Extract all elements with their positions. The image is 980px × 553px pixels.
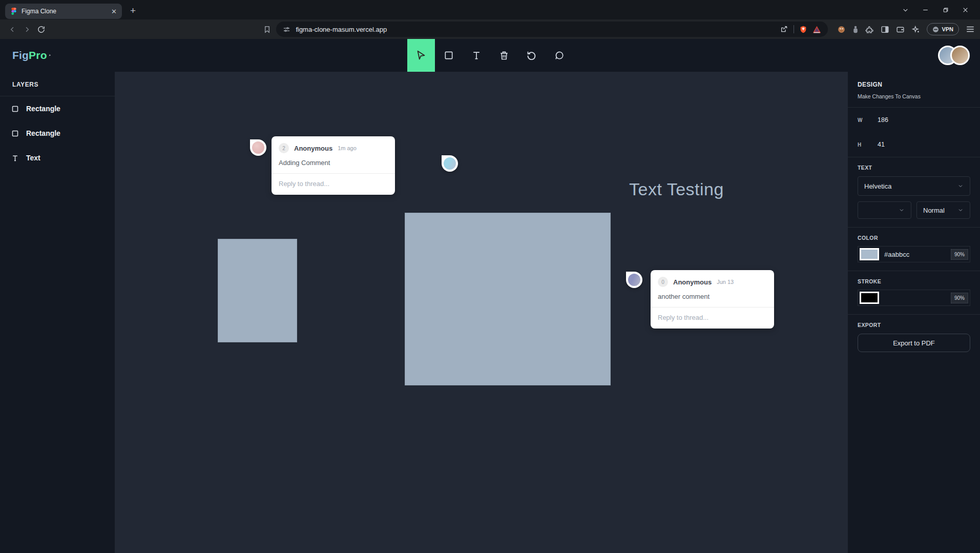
export-pdf-button[interactable]: Export to PDF	[858, 334, 970, 352]
color-row: #aabbcc 90%	[858, 246, 970, 262]
bookmark-icon[interactable]	[263, 26, 271, 33]
logo-cursor-icon	[48, 50, 55, 57]
rectangle-layer-icon	[11, 130, 19, 137]
layer-label: Text	[26, 154, 40, 162]
chevron-down-icon	[899, 207, 905, 213]
layer-item-rectangle[interactable]: Rectangle	[0, 121, 115, 146]
export-section-title: EXPORT	[858, 322, 970, 328]
tool-delete[interactable]	[490, 39, 518, 72]
address-bar[interactable]: figma-clone-masum.vercel.app	[276, 22, 828, 37]
stroke-swatch[interactable]	[860, 292, 879, 304]
menu-hamburger-icon[interactable]	[966, 25, 975, 34]
active-users	[938, 46, 970, 65]
comment-pin-avatar	[628, 274, 640, 286]
comment-pin-avatar	[252, 141, 264, 154]
stroke-section-title: STROKE	[858, 278, 970, 284]
color-opacity-input[interactable]: 90%	[951, 249, 968, 260]
width-label: W	[858, 117, 878, 123]
design-panel-title: DESIGN	[858, 81, 970, 88]
sidebar-toggle-icon[interactable]	[881, 25, 889, 34]
profile-avatar-icon[interactable]	[837, 25, 846, 34]
tool-cursor[interactable]	[407, 39, 435, 72]
site-settings-icon[interactable]	[283, 26, 290, 33]
canvas-rectangle[interactable]	[218, 239, 297, 342]
tool-reset[interactable]	[518, 39, 546, 72]
vpn-button[interactable]: VPN	[927, 23, 959, 35]
height-row: H 41	[858, 132, 970, 157]
figma-favicon-icon	[10, 8, 17, 15]
extension-bug-icon[interactable]	[852, 26, 859, 33]
window-minimize-button[interactable]	[922, 7, 929, 13]
design-panel-subtitle: Make Changes To Canvas	[858, 93, 970, 99]
text-section-title: TEXT	[858, 165, 970, 171]
height-label: H	[858, 142, 878, 148]
leo-ai-sparkle-icon[interactable]	[911, 25, 920, 34]
reload-button[interactable]	[34, 25, 48, 34]
browser-navbar: figma-clone-masum.vercel.app	[0, 19, 980, 39]
comment-count-badge: 0	[658, 277, 668, 287]
comment-thread: 0 Anonymous Jun 13 another comment	[651, 270, 774, 329]
font-family-select[interactable]: Helvetica	[858, 176, 970, 196]
comment-count-badge: 2	[279, 143, 289, 153]
comment-body: another comment	[651, 287, 774, 307]
color-swatch[interactable]	[860, 248, 879, 260]
chevron-down-icon	[957, 183, 964, 189]
stroke-opacity-input[interactable]: 90%	[951, 293, 968, 303]
color-section-title: COLOR	[858, 235, 970, 241]
user-avatar[interactable]	[950, 46, 970, 65]
comment-pin[interactable]	[250, 139, 266, 156]
layers-panel: LAYERS Rectangle Rectangle Text	[0, 72, 115, 553]
wallet-icon[interactable]	[896, 25, 905, 34]
layer-label: Rectangle	[26, 105, 60, 113]
width-row: W 186	[858, 108, 970, 132]
font-weight-value: Normal	[923, 207, 945, 214]
toolbar	[407, 39, 573, 72]
comment-pin[interactable]	[626, 272, 642, 288]
font-size-select[interactable]	[858, 201, 911, 219]
tab-search-chevron-icon[interactable]	[902, 7, 909, 13]
window-restore-button[interactable]	[942, 7, 949, 13]
brave-rewards-triangle-icon[interactable]	[812, 26, 821, 33]
new-tab-button[interactable]: +	[130, 5, 136, 16]
brave-shield-icon[interactable]	[799, 25, 807, 34]
comment-reply-input[interactable]	[651, 308, 774, 329]
back-button[interactable]	[5, 25, 19, 34]
color-hex-value[interactable]: #aabbcc	[884, 251, 946, 258]
vpn-label: VPN	[942, 26, 953, 32]
canvas-text-element[interactable]: Text Testing	[629, 179, 724, 199]
design-canvas[interactable]: Text Testing 2 Anonymous 1m ago Adding C…	[115, 72, 848, 553]
tool-rectangle[interactable]	[435, 39, 463, 72]
comment-timestamp: 1m ago	[338, 145, 357, 151]
font-weight-select[interactable]: Normal	[916, 201, 970, 219]
comment-pin[interactable]	[442, 155, 458, 172]
logo-pro-text: Pro	[29, 49, 47, 62]
comment-timestamp: Jun 13	[717, 279, 734, 285]
chevron-down-icon	[957, 207, 964, 213]
width-input[interactable]: 186	[878, 116, 888, 124]
browser-tab[interactable]: Figma Clone ✕	[5, 4, 122, 19]
logo-fig-text: Fig	[12, 49, 29, 62]
comment-thread: 2 Anonymous 1m ago Adding Comment	[272, 136, 395, 195]
height-input[interactable]: 41	[878, 141, 885, 148]
app-logo[interactable]: FigPro	[0, 49, 55, 62]
forward-button[interactable]	[19, 25, 34, 34]
rectangle-layer-icon	[11, 105, 19, 113]
comment-reply-input[interactable]	[272, 174, 395, 195]
comment-author: Anonymous	[294, 145, 332, 152]
share-icon[interactable]	[780, 25, 788, 33]
tab-close-icon[interactable]: ✕	[111, 8, 117, 15]
url-text[interactable]: figma-clone-masum.vercel.app	[296, 26, 775, 33]
layer-item-rectangle[interactable]: Rectangle	[0, 96, 115, 121]
font-family-value: Helvetica	[864, 182, 891, 190]
layers-panel-title: LAYERS	[0, 72, 115, 96]
canvas-rectangle[interactable]	[405, 213, 611, 385]
layer-item-text[interactable]: Text	[0, 146, 115, 170]
tool-text[interactable]	[463, 39, 490, 72]
comment-pin-avatar	[444, 157, 456, 170]
stroke-row: 90%	[858, 290, 970, 306]
extensions-puzzle-icon[interactable]	[865, 25, 874, 34]
window-close-button[interactable]	[962, 7, 969, 13]
browser-tab-bar: Figma Clone ✕ +	[0, 0, 980, 19]
layer-label: Rectangle	[26, 129, 60, 137]
tool-comment[interactable]	[546, 39, 573, 72]
